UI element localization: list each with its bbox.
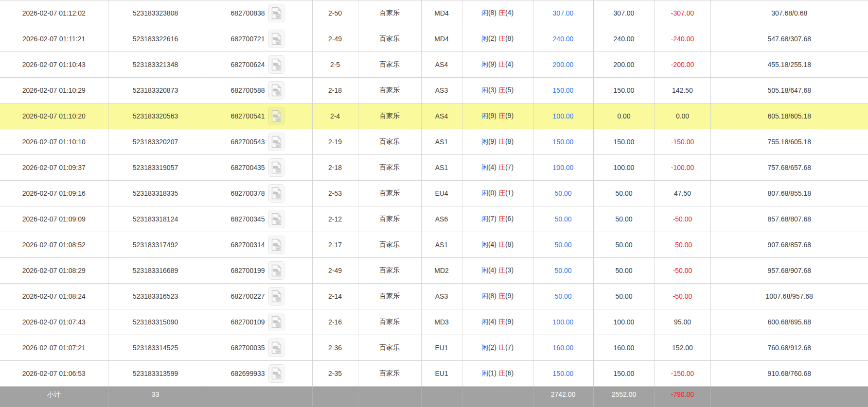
game-type-cell: 百家乐 [358, 232, 421, 258]
table-row[interactable]: 2026-02-07 01:10:20 523183320563 6827005… [0, 103, 868, 129]
valid-amount-cell: 50.00 [593, 232, 655, 258]
player-label: 闲 [481, 60, 488, 68]
win-loss-cell: 152.00 [655, 335, 710, 361]
player-points: (7) [488, 215, 496, 222]
round-id: 682700541 [230, 112, 265, 120]
summary-empty-cell [710, 387, 868, 407]
valid-amount-cell: 50.00 [593, 258, 655, 284]
player-label: 闲 [481, 163, 488, 171]
bet-amount-cell: 50.00 [533, 206, 593, 232]
video-replay-button[interactable] [268, 55, 284, 74]
video-replay-button[interactable] [268, 287, 284, 305]
player-label: 闲 [481, 86, 488, 94]
round-cell: 682700035 [203, 335, 312, 361]
round-cell: 682700345 [203, 206, 312, 232]
table-number-cell: 2-12 [312, 206, 358, 232]
bet-time-cell: 2026-02-07 01:08:29 [0, 258, 108, 284]
bet-amount-cell: 50.00 [533, 284, 593, 309]
table-row[interactable]: 2026-02-07 01:07:43 523183315090 6827001… [0, 309, 868, 335]
table-row[interactable]: 2026-02-07 01:10:43 523183321348 6827006… [0, 52, 868, 78]
balance-cell: 547.68/307.68 [710, 26, 868, 52]
player-label: 闲 [481, 343, 488, 351]
table-number-cell: 2-36 [312, 335, 358, 361]
banker-label: 庄 [498, 266, 505, 274]
bet-id-cell: 523183314525 [108, 335, 203, 361]
banker-points: (7) [505, 163, 514, 171]
bet-id-cell: 523183315090 [108, 309, 203, 335]
win-loss-cell: -50.00 [655, 284, 710, 309]
bet-time-cell: 2026-02-07 01:08:52 [0, 232, 108, 258]
player-points: (2) [488, 34, 496, 42]
table-row[interactable]: 2026-02-07 01:09:16 523183318335 6827003… [0, 181, 868, 206]
records-table-body: 2026-02-07 01:12:02 523183323808 6827008… [0, 0, 868, 387]
video-replay-button[interactable] [268, 107, 284, 125]
video-replay-button[interactable] [268, 313, 284, 331]
result-cell: 闲(7) 庄(6) [462, 206, 533, 232]
table-row[interactable]: 2026-02-07 01:08:24 523183316523 6827002… [0, 284, 868, 309]
video-replay-button[interactable] [268, 364, 284, 383]
video-replay-button[interactable] [268, 4, 284, 22]
round-id: 682700227 [230, 292, 265, 300]
room-cell: EU1 [421, 361, 462, 387]
player-points: (2) [488, 343, 496, 351]
table-row[interactable]: 2026-02-07 01:09:09 523183318124 6827003… [0, 206, 868, 232]
table-row[interactable]: 2026-02-07 01:10:29 523183320873 6827005… [0, 78, 868, 103]
player-points: (4) [488, 266, 496, 274]
balance-cell: 907.68/857.68 [710, 232, 868, 258]
valid-amount-cell: 307.00 [593, 0, 655, 26]
bet-amount-cell: 150.00 [533, 361, 593, 387]
round-cell: 682700314 [203, 232, 312, 258]
balance-cell: 760.68/912.68 [710, 335, 868, 361]
win-loss-cell: -100.00 [655, 155, 710, 181]
valid-amount-cell: 160.00 [593, 335, 655, 361]
banker-label: 庄 [498, 318, 505, 325]
bet-amount-cell: 150.00 [533, 129, 593, 155]
game-type-cell: 百家乐 [358, 78, 421, 103]
room-cell: AS1 [421, 129, 462, 155]
room-cell: MD4 [421, 0, 462, 26]
video-record-icon [271, 110, 282, 122]
video-replay-button[interactable] [268, 30, 284, 48]
table-row[interactable]: 2026-02-07 01:06:53 523183313599 6826999… [0, 361, 868, 387]
bet-id-cell: 523183320563 [108, 103, 203, 129]
round-id: 682700035 [230, 344, 265, 352]
game-type-cell: 百家乐 [358, 206, 421, 232]
result-cell: 闲(8) 庄(9) [462, 284, 533, 309]
video-replay-button[interactable] [268, 184, 284, 203]
room-cell: AS3 [421, 78, 462, 103]
table-number-cell: 2-19 [312, 129, 358, 155]
video-replay-button[interactable] [268, 210, 284, 228]
balance-cell: 957.68/907.68 [710, 258, 868, 284]
table-row[interactable]: 2026-02-07 01:08:29 523183316689 6827001… [0, 258, 868, 284]
result-cell: 闲(2) 庄(8) [462, 26, 533, 52]
video-replay-button[interactable] [268, 158, 284, 177]
video-record-icon [271, 264, 282, 277]
balance-cell: 757.68/657.68 [710, 155, 868, 181]
table-number-cell: 2-17 [312, 232, 358, 258]
table-row[interactable]: 2026-02-07 01:09:37 523183319057 6827004… [0, 155, 868, 181]
table-row[interactable]: 2026-02-07 01:11:21 523183322616 6827007… [0, 26, 868, 52]
player-label: 闲 [481, 112, 488, 119]
bet-amount-cell: 160.00 [533, 335, 593, 361]
video-replay-button[interactable] [268, 81, 284, 100]
banker-points: (1) [505, 189, 514, 197]
banker-label: 庄 [498, 343, 505, 351]
banker-points: (6) [505, 369, 514, 377]
round-cell: 682700378 [203, 181, 312, 206]
bet-id-cell: 523183318335 [108, 181, 203, 206]
video-replay-button[interactable] [268, 261, 284, 280]
player-points: (4) [488, 318, 496, 325]
video-record-icon [271, 316, 282, 328]
summary-count-cell: 33 [108, 387, 203, 407]
video-replay-button[interactable] [268, 236, 284, 254]
table-number-cell: 2-14 [312, 284, 358, 309]
bet-amount-cell: 150.00 [533, 78, 593, 103]
table-row[interactable]: 2026-02-07 01:07:21 523183314525 6827000… [0, 335, 868, 361]
video-replay-button[interactable] [268, 339, 284, 357]
valid-amount-cell: 150.00 [593, 78, 655, 103]
bet-amount-cell: 200.00 [533, 52, 593, 78]
video-replay-button[interactable] [268, 133, 284, 151]
table-row[interactable]: 2026-02-07 01:12:02 523183323808 6827008… [0, 0, 868, 26]
table-row[interactable]: 2026-02-07 01:08:52 523183317492 6827003… [0, 232, 868, 258]
table-row[interactable]: 2026-02-07 01:10:10 523183320207 6827005… [0, 129, 868, 155]
